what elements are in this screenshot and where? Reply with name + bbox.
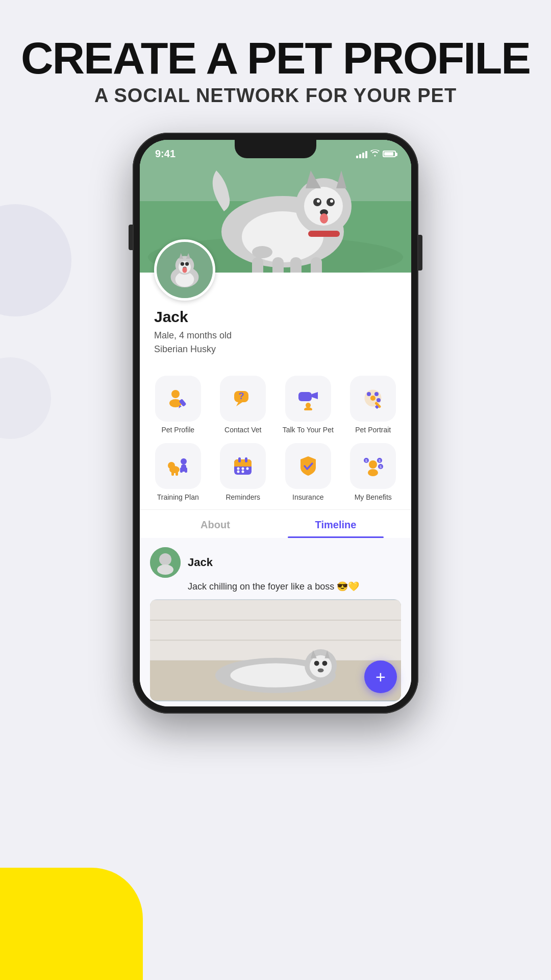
feature-contact-vet[interactable]: ? Contact Vet [213, 376, 273, 434]
battery-icon [383, 151, 396, 157]
insurance-icon-box [285, 443, 331, 489]
svg-rect-57 [185, 468, 187, 473]
page-subtitle: A SOCIAL NETWORK FOR YOUR PET [0, 85, 551, 107]
svg-point-51 [168, 462, 175, 469]
svg-point-62 [242, 468, 244, 470]
svg-point-65 [242, 471, 244, 473]
svg-point-64 [237, 471, 240, 473]
phone-mockup: 9:41 [133, 133, 418, 714]
contact-vet-icon-box: ? [220, 376, 266, 422]
feature-training-label: Training Plan [157, 493, 199, 501]
post-header: Jack [150, 547, 401, 578]
svg-point-63 [246, 468, 249, 470]
svg-rect-60 [234, 463, 252, 467]
svg-point-41 [306, 403, 311, 408]
feature-reminders-label: Reminders [226, 493, 260, 501]
header-section: CREATE A PET PROFILE A SOCIAL NETWORK FO… [0, 0, 551, 127]
svg-point-28 [181, 262, 184, 265]
tab-about[interactable]: About [155, 510, 276, 538]
svg-point-11 [317, 200, 320, 203]
svg-point-29 [185, 262, 189, 265]
svg-rect-67 [245, 457, 247, 462]
svg-point-54 [181, 458, 187, 464]
svg-rect-17 [290, 257, 302, 273]
wifi-icon [370, 150, 380, 159]
features-row-1: Pet Profile ? Contact Vet [140, 366, 411, 439]
feature-benefits-label: My Benefits [355, 493, 392, 501]
post-author-avatar [150, 547, 181, 578]
svg-point-20 [252, 246, 272, 258]
bg-decoration-yellow [0, 868, 143, 980]
status-time: 9:41 [155, 148, 176, 160]
svg-point-68 [369, 460, 377, 469]
svg-marker-37 [236, 402, 242, 406]
status-icons [356, 150, 396, 159]
svg-rect-15 [252, 257, 263, 273]
phone-screen: 9:41 [140, 140, 411, 706]
svg-text:?: ? [239, 391, 244, 401]
svg-point-47 [377, 398, 381, 402]
pet-profile-icon-box [155, 376, 201, 422]
training-icon-box [155, 443, 201, 489]
feature-contact-vet-label: Contact Vet [224, 426, 261, 434]
svg-point-87 [310, 655, 332, 677]
signal-icon [356, 150, 367, 158]
svg-point-32 [171, 390, 180, 398]
svg-rect-39 [298, 392, 312, 401]
svg-rect-52 [176, 470, 178, 476]
svg-point-88 [314, 661, 319, 666]
feature-pet-portrait-label: Pet Portrait [355, 426, 391, 434]
svg-rect-16 [272, 257, 284, 273]
svg-point-69 [368, 469, 378, 476]
pet-avatar [154, 239, 215, 301]
svg-point-44 [370, 396, 375, 401]
feature-benefits[interactable]: $ $ $ My Benefits [343, 443, 404, 501]
bg-decoration-circle2 [0, 357, 51, 439]
pet-details: Male, 4 months old Siberian Husky [154, 329, 397, 356]
svg-rect-66 [238, 457, 241, 462]
feature-talk-pet-label: Talk To Your Pet [283, 426, 334, 434]
feature-pet-profile-label: Pet Profile [161, 426, 194, 434]
feature-pet-portrait[interactable]: Pet Portrait [343, 376, 404, 434]
svg-point-42 [304, 407, 312, 410]
feature-training[interactable]: Training Plan [148, 443, 208, 501]
svg-point-31 [182, 267, 187, 273]
feature-insurance-label: Insurance [292, 493, 323, 501]
reminders-icon-box [220, 443, 266, 489]
feature-pet-profile[interactable]: Pet Profile [148, 376, 208, 434]
svg-rect-19 [308, 231, 340, 237]
svg-marker-40 [312, 392, 318, 399]
svg-point-89 [322, 661, 328, 666]
tabs-section: About Timeline [140, 509, 411, 538]
feature-insurance[interactable]: Insurance [278, 443, 338, 501]
svg-rect-81 [150, 600, 401, 660]
talk-pet-icon-box [285, 376, 331, 422]
svg-point-78 [157, 565, 173, 575]
profile-section: Jack Male, 4 months old Siberian Husky [140, 273, 411, 366]
fab-add-button[interactable]: + [364, 660, 397, 693]
svg-point-77 [159, 553, 171, 566]
tab-timeline[interactable]: Timeline [276, 510, 396, 538]
post-caption: Jack chilling on the foyer like a boss 😎… [188, 581, 401, 592]
pet-portrait-icon-box [350, 376, 396, 422]
benefits-icon-box: $ $ $ [350, 443, 396, 489]
svg-rect-53 [171, 470, 174, 476]
svg-text:$: $ [379, 459, 381, 462]
svg-point-14 [320, 213, 328, 224]
phone-notch [235, 140, 316, 158]
page-title: CREATE A PET PROFILE [0, 36, 551, 81]
features-row-2: Training Plan [140, 439, 411, 509]
svg-rect-56 [180, 468, 183, 473]
feature-reminders[interactable]: Reminders [213, 443, 273, 501]
bg-decoration-circle1 [0, 204, 71, 316]
post-author-name: Jack [188, 556, 213, 569]
svg-point-45 [367, 392, 371, 396]
phone-outer-frame: 9:41 [133, 133, 418, 714]
svg-point-46 [374, 392, 379, 396]
svg-rect-18 [311, 257, 322, 273]
svg-text:$: $ [365, 459, 367, 462]
feature-talk-pet[interactable]: Talk To Your Pet [278, 376, 338, 434]
svg-point-61 [237, 468, 240, 470]
svg-point-12 [330, 200, 333, 203]
svg-text:$: $ [380, 465, 382, 469]
